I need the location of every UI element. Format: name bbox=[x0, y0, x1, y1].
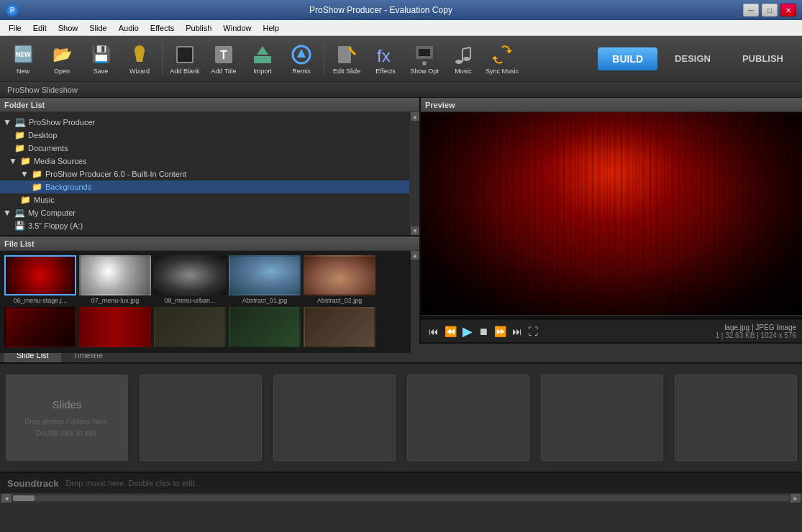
thumb-image-abstract01 bbox=[229, 255, 301, 295]
h-scroll-right[interactable]: ► bbox=[790, 494, 801, 503]
svg-line-12 bbox=[350, 47, 351, 49]
remix-button[interactable]: Remix bbox=[283, 39, 320, 79]
file-thumb-row2d[interactable] bbox=[229, 307, 301, 349]
svg-marker-23 bbox=[492, 56, 498, 59]
file-thumb-row2a[interactable] bbox=[4, 307, 76, 349]
sync-music-icon bbox=[491, 43, 514, 66]
slide-slot-4[interactable] bbox=[407, 375, 529, 461]
file-scroll-up[interactable]: ▲ bbox=[411, 251, 419, 260]
thumb-label-urban: 08_menu-urban... bbox=[164, 297, 215, 304]
design-mode-button[interactable]: DESIGN bbox=[660, 47, 725, 70]
menu-help[interactable]: Help bbox=[257, 22, 285, 34]
add-title-button[interactable]: T Add Title bbox=[205, 39, 242, 79]
thumb-image-abstract02 bbox=[304, 255, 375, 295]
tree-item-desktop[interactable]: 📁 Desktop bbox=[0, 129, 411, 142]
thumb-image-stage bbox=[4, 255, 76, 295]
save-button[interactable]: 💾 Save bbox=[82, 39, 119, 79]
slide-slot-1[interactable]: Slides Drop photos / videos here. Double… bbox=[6, 375, 128, 461]
menu-edit[interactable]: Edit bbox=[27, 22, 53, 34]
folder-scrollbar[interactable]: ▲ ▼ bbox=[411, 112, 419, 235]
tree-item-music-folder[interactable]: 📁 Music bbox=[0, 193, 411, 206]
preview-details: 1 | 32.63 KB | 1024 x 576 bbox=[716, 331, 797, 339]
window-controls: ─ □ ✕ bbox=[743, 4, 796, 17]
skip-start-button[interactable]: ⏮ bbox=[427, 324, 441, 339]
minimize-button[interactable]: ─ bbox=[743, 4, 759, 17]
effects-button[interactable]: fx Effects bbox=[367, 39, 404, 79]
mode-buttons: BUILD DESIGN PUBLISH bbox=[598, 47, 798, 70]
close-button[interactable]: ✕ bbox=[780, 4, 796, 17]
slide-area: Slides Drop photos / videos here. Double… bbox=[0, 364, 802, 472]
menu-publish[interactable]: Publish bbox=[180, 22, 217, 34]
main-area: Folder List ▼ 💻 ProShow Producer 📁 Deskt… bbox=[0, 98, 802, 342]
tree-item-mycomputer[interactable]: ▼ 💻 My Computer bbox=[0, 206, 411, 219]
file-scrollbar[interactable]: ▲ ▼ bbox=[411, 251, 419, 353]
scroll-up-arrow[interactable]: ▲ bbox=[411, 112, 419, 121]
add-blank-button[interactable]: Add Blank bbox=[166, 39, 204, 79]
tree-item-proshow[interactable]: ▼ 💻 ProShow Producer bbox=[0, 115, 411, 129]
h-scroll-left[interactable]: ◄ bbox=[1, 494, 12, 503]
new-button[interactable]: 🆕 New bbox=[4, 39, 42, 79]
thumb-image-row2a bbox=[4, 307, 76, 347]
prev-frame-button[interactable]: ⏪ bbox=[442, 324, 459, 339]
svg-point-17 bbox=[455, 60, 462, 64]
menu-file[interactable]: File bbox=[3, 22, 27, 34]
file-thumb-urban[interactable]: 08_menu-urban... bbox=[154, 255, 226, 304]
file-thumb-abstract01[interactable]: Abstract_01.jpg bbox=[229, 255, 301, 304]
wizard-button[interactable]: Wizard bbox=[121, 39, 158, 79]
fullscreen-button[interactable]: ⛶ bbox=[526, 324, 540, 339]
publish-mode-button[interactable]: PUBLISH bbox=[728, 47, 798, 70]
music-icon bbox=[452, 43, 475, 66]
file-thumb-row2c[interactable] bbox=[154, 307, 226, 349]
play-button[interactable]: ▶ bbox=[460, 322, 475, 341]
file-thumb-lux[interactable]: 07_menu-lux.jpg bbox=[79, 255, 151, 304]
file-thumb-abstract02[interactable]: Abstract_02.jpg bbox=[304, 255, 375, 304]
next-frame-button[interactable]: ⏩ bbox=[492, 324, 509, 339]
file-thumb-row2e[interactable] bbox=[304, 307, 375, 349]
tree-item-floppy[interactable]: 💾 3.5" Floppy (A:) bbox=[0, 219, 411, 232]
computer-icon: 💻 bbox=[14, 208, 25, 218]
menu-window[interactable]: Window bbox=[217, 22, 257, 34]
preview-image bbox=[421, 112, 802, 315]
open-button[interactable]: 📂 Open bbox=[43, 39, 81, 79]
stop-button[interactable]: ⏹ bbox=[476, 324, 491, 339]
sync-music-button[interactable]: Sync Music bbox=[483, 39, 521, 79]
slide-slot-6[interactable] bbox=[675, 375, 797, 461]
menu-slide[interactable]: Slide bbox=[83, 22, 112, 34]
toolbar: 🆕 New 📂 Open 💾 Save Wizard Add Blank T A… bbox=[0, 36, 802, 82]
file-thumb-stage[interactable]: 06_menu-stage.j... bbox=[4, 255, 76, 304]
folder-tree[interactable]: ▼ 💻 ProShow Producer 📁 Desktop 📁 bbox=[0, 112, 411, 235]
menu-show[interactable]: Show bbox=[53, 22, 84, 34]
toolbar-sep-1 bbox=[162, 42, 163, 76]
file-grid[interactable]: 06_menu-stage.j... 07_menu-lux.jpg 08_me… bbox=[0, 251, 411, 353]
slides-container[interactable]: Slides Drop photos / videos here. Double… bbox=[0, 364, 802, 472]
skip-end-button[interactable]: ⏭ bbox=[510, 324, 524, 339]
tree-item-documents[interactable]: 📁 Documents bbox=[0, 142, 411, 155]
tree-label-mycomputer: My Computer bbox=[28, 208, 76, 217]
slide-slot-3[interactable] bbox=[273, 375, 396, 461]
tree-item-media[interactable]: ▼ 📁 Media Sources bbox=[0, 155, 411, 168]
maximize-button[interactable]: □ bbox=[762, 4, 778, 17]
build-mode-button[interactable]: BUILD bbox=[598, 47, 657, 70]
edit-slide-button[interactable]: Edit Slide bbox=[328, 39, 365, 79]
tree-item-builtin[interactable]: ▼ 📁 ProShow Producer 6.0 - Built-In Cont… bbox=[0, 168, 411, 180]
slide-slot-5[interactable] bbox=[541, 375, 663, 461]
preview-file-info: lage.jpg | JPEG Image 1 | 32.63 KB | 102… bbox=[716, 324, 797, 339]
slide-slot-2[interactable] bbox=[140, 375, 262, 461]
tree-item-backgrounds[interactable]: 📁 Backgrounds bbox=[0, 180, 411, 193]
title-bar: P ProShow Producer - Evaluation Copy ─ □… bbox=[0, 0, 802, 20]
menu-effects[interactable]: Effects bbox=[145, 22, 180, 34]
thumb-image-row2b bbox=[79, 307, 151, 347]
menu-audio[interactable]: Audio bbox=[113, 22, 145, 34]
scroll-down-arrow[interactable]: ▼ bbox=[411, 226, 419, 235]
h-scroll-track[interactable] bbox=[13, 495, 789, 501]
slide-empty-label: Slides Drop photos / videos here. Double… bbox=[24, 396, 109, 439]
svg-rect-6 bbox=[254, 56, 271, 63]
h-scroll-thumb[interactable] bbox=[13, 495, 35, 501]
music-button[interactable]: Music bbox=[445, 39, 482, 79]
show-opt-button[interactable]: Show Opt bbox=[406, 39, 443, 79]
file-thumb-row2b[interactable] bbox=[79, 307, 151, 349]
svg-marker-9 bbox=[297, 49, 306, 58]
import-button[interactable]: Import bbox=[244, 39, 281, 79]
tree-label-builtin: ProShow Producer 6.0 - Built-In Content bbox=[45, 170, 186, 178]
bottom-scrollbar[interactable]: ◄ ► bbox=[0, 493, 802, 503]
